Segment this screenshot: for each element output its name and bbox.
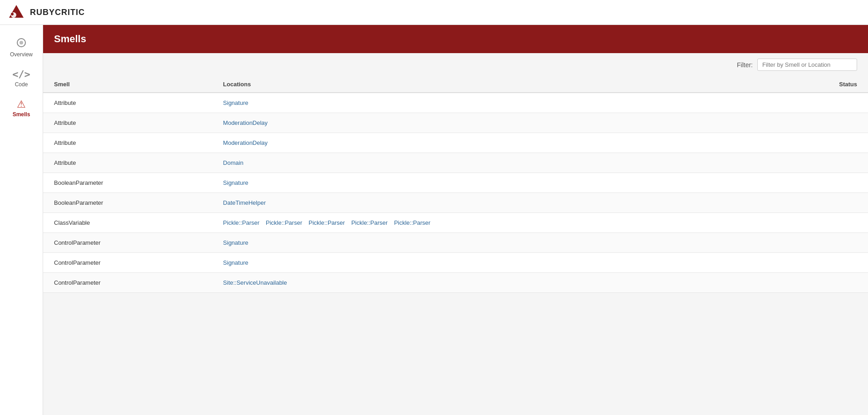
sidebar: Overview </> Code ⚠ Smells	[0, 25, 43, 415]
main-layout: Overview </> Code ⚠ Smells Smells Filter…	[0, 25, 868, 415]
content-area: Smells Filter: Smell Locations Status At…	[43, 25, 868, 415]
location-link[interactable]: Pickle::Parser	[309, 219, 345, 226]
location-link[interactable]: Site::ServiceUnavailable	[223, 279, 287, 286]
cell-status	[773, 153, 868, 173]
location-link[interactable]: ModerationDelay	[223, 139, 268, 146]
table-row: BooleanParameterDateTimeHelper	[43, 193, 868, 213]
cell-locations: ModerationDelay	[212, 133, 773, 153]
location-link[interactable]: ModerationDelay	[223, 119, 268, 126]
svg-point-2	[11, 13, 14, 15]
svg-point-4	[20, 41, 23, 44]
code-icon: </>	[12, 69, 30, 79]
cell-status	[773, 113, 868, 133]
logo-area: RUBYCRITIC	[7, 3, 85, 21]
cell-status	[773, 233, 868, 253]
cell-smell: Attribute	[43, 153, 212, 173]
top-nav: RUBYCRITIC	[0, 0, 868, 25]
cell-locations: Domain	[212, 153, 773, 173]
sidebar-item-overview[interactable]: Overview	[3, 34, 39, 61]
table-row: AttributeDomain	[43, 153, 868, 173]
table-row: ControlParameterSignature	[43, 253, 868, 273]
cell-locations: ModerationDelay	[212, 113, 773, 133]
cell-smell: ControlParameter	[43, 273, 212, 293]
table-toolbar: Filter:	[43, 53, 868, 76]
sidebar-item-code-label: Code	[15, 81, 28, 88]
sidebar-item-overview-label: Overview	[10, 51, 33, 58]
location-link[interactable]: Signature	[223, 239, 249, 246]
location-link[interactable]: Signature	[223, 179, 249, 186]
page-header: Smells	[43, 25, 868, 53]
cell-smell: Attribute	[43, 133, 212, 153]
cell-smell: BooleanParameter	[43, 193, 212, 213]
location-link[interactable]: Domain	[223, 159, 244, 166]
sidebar-item-smells[interactable]: ⚠ Smells	[3, 96, 39, 121]
cell-locations: Signature	[212, 233, 773, 253]
sidebar-item-code[interactable]: </> Code	[3, 66, 39, 91]
cell-locations: Signature	[212, 173, 773, 193]
location-link[interactable]: Pickle::Parser	[266, 219, 302, 226]
cell-locations: Pickle::ParserPickle::ParserPickle::Pars…	[212, 213, 773, 233]
cell-locations: Site::ServiceUnavailable	[212, 273, 773, 293]
cell-locations: DateTimeHelper	[212, 193, 773, 213]
location-link[interactable]: DateTimeHelper	[223, 199, 266, 206]
cell-smell: Attribute	[43, 113, 212, 133]
cell-smell: ControlParameter	[43, 253, 212, 273]
app-title: RUBYCRITIC	[30, 8, 85, 17]
table-row: ControlParameterSignature	[43, 233, 868, 253]
smells-table: Smell Locations Status AttributeSignatur…	[43, 76, 868, 293]
sidebar-item-smells-label: Smells	[13, 111, 30, 118]
smells-table-body: AttributeSignatureAttributeModerationDel…	[43, 93, 868, 293]
table-row: AttributeModerationDelay	[43, 133, 868, 153]
location-link[interactable]: Signature	[223, 259, 249, 266]
cell-status	[773, 193, 868, 213]
cell-status	[773, 213, 868, 233]
table-row: BooleanParameterSignature	[43, 173, 868, 193]
filter-input[interactable]	[757, 59, 857, 71]
cell-smell: ClassVariable	[43, 213, 212, 233]
cell-smell: BooleanParameter	[43, 173, 212, 193]
logo-icon	[7, 3, 25, 21]
location-link[interactable]: Pickle::Parser	[223, 219, 260, 226]
cell-status	[773, 133, 868, 153]
cell-locations: Signature	[212, 253, 773, 273]
cell-status	[773, 253, 868, 273]
col-status: Status	[773, 76, 868, 93]
table-row: AttributeSignature	[43, 93, 868, 113]
table-row: AttributeModerationDelay	[43, 113, 868, 133]
location-link[interactable]: Pickle::Parser	[394, 219, 430, 226]
cell-status	[773, 93, 868, 113]
col-locations: Locations	[212, 76, 773, 93]
cell-status	[773, 273, 868, 293]
cell-locations: Signature	[212, 93, 773, 113]
table-header-row: Smell Locations Status	[43, 76, 868, 93]
overview-icon	[16, 38, 26, 49]
page-title: Smells	[54, 33, 86, 44]
table-header: Smell Locations Status	[43, 76, 868, 93]
cell-smell: ControlParameter	[43, 233, 212, 253]
warning-icon: ⚠	[17, 99, 26, 109]
table-row: ControlParameterSite::ServiceUnavailable	[43, 273, 868, 293]
table-row: ClassVariablePickle::ParserPickle::Parse…	[43, 213, 868, 233]
location-link[interactable]: Signature	[223, 99, 249, 106]
location-link[interactable]: Pickle::Parser	[351, 219, 387, 226]
cell-smell: Attribute	[43, 93, 212, 113]
filter-label: Filter:	[737, 61, 753, 69]
cell-status	[773, 173, 868, 193]
col-smell: Smell	[43, 76, 212, 93]
